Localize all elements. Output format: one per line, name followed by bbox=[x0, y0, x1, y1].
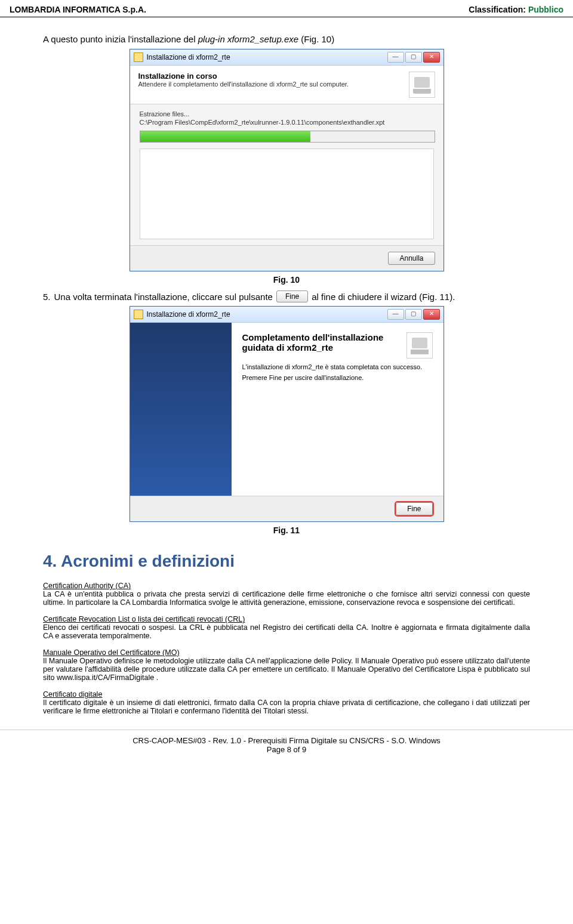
minimize-button[interactable]: — bbox=[387, 309, 404, 320]
progress-bar bbox=[140, 131, 435, 143]
close-button[interactable]: ✕ bbox=[423, 52, 440, 63]
cancel-button[interactable]: Annulla bbox=[388, 252, 435, 265]
installer-footer-11: Fine bbox=[130, 496, 443, 521]
mo-body: Il Manuale Operativo definisce le metodo… bbox=[43, 657, 530, 682]
wizard-main: Completamento dell'installazione guidata… bbox=[232, 323, 443, 496]
header-left: LOMBARDIA INFORMATICA S.p.A. bbox=[10, 5, 146, 14]
titlebar[interactable]: Installazione di xform2_rte — ▢ ✕ bbox=[130, 50, 443, 66]
step5-line: 5. Una volta terminata l'installazione, … bbox=[43, 291, 544, 302]
installer-icon bbox=[134, 52, 143, 62]
wizard-line2: Premere Fine per uscire dall'installazio… bbox=[242, 374, 433, 381]
classification-value: Pubblico bbox=[528, 5, 563, 14]
installer-header: Installazione in corso Attendere il comp… bbox=[130, 66, 443, 104]
installer-fig10: Installazione di xform2_rte — ▢ ✕ Instal… bbox=[130, 49, 444, 271]
progress-fill bbox=[140, 131, 311, 142]
window-controls: — ▢ ✕ bbox=[387, 52, 440, 63]
classification: Classification: Pubblico bbox=[469, 5, 563, 14]
page-footer: CRS-CAOP-MES#03 - Rev. 1.0 - Prerequisit… bbox=[0, 730, 573, 768]
cd-body: Il certificato digitale è un insieme di … bbox=[43, 699, 530, 715]
window-controls: — ▢ ✕ bbox=[387, 309, 440, 320]
fine-inline-button[interactable]: Fine bbox=[276, 291, 308, 302]
fine-button[interactable]: Fine bbox=[396, 502, 432, 515]
maximize-button[interactable]: ▢ bbox=[405, 52, 422, 63]
titlebar-11[interactable]: Installazione di xform2_rte — ▢ ✕ bbox=[130, 307, 443, 323]
intro-prefix: A questo punto inizia l'installazione de… bbox=[43, 34, 198, 44]
maximize-button[interactable]: ▢ bbox=[405, 309, 422, 320]
crl-body: Elenco dei certificati revocati o sospes… bbox=[43, 623, 530, 640]
crl-title: Certificate Revocation List o lista dei … bbox=[43, 615, 245, 623]
wizard-body: Completamento dell'installazione guidata… bbox=[130, 323, 443, 496]
installer-fig11: Installazione di xform2_rte — ▢ ✕ Comple… bbox=[130, 306, 444, 522]
details-box bbox=[140, 149, 434, 239]
installer-header-title: Installazione in corso bbox=[138, 72, 349, 81]
minimize-button[interactable]: — bbox=[387, 52, 404, 63]
step5-after: al fine di chiudere il wizard (Fig. 11). bbox=[312, 292, 455, 302]
installer-footer: Annulla bbox=[130, 245, 443, 271]
intro-suffix: (Fig. 10) bbox=[298, 34, 334, 44]
wizard-side-banner bbox=[130, 323, 232, 496]
extract-path: C:\Program Files\CompEd\xform2_rte\xulru… bbox=[140, 119, 434, 126]
installer-icon bbox=[134, 310, 143, 319]
page-header: LOMBARDIA INFORMATICA S.p.A. Classificat… bbox=[0, 0, 573, 17]
footer-line2: Page 8 of 9 bbox=[14, 745, 559, 754]
wizard-line1: L'installazione di xform2_rte è stata co… bbox=[242, 363, 433, 370]
window-title-11: Installazione di xform2_rte bbox=[147, 310, 230, 319]
installer-header-sub: Attendere il completamento dell'installa… bbox=[138, 81, 349, 88]
cd-title: Certificato digitale bbox=[43, 690, 102, 699]
definitions: Certification Authority (CA)La CA è un'e… bbox=[29, 582, 544, 715]
section-heading: 4. Acronimi e definizioni bbox=[43, 552, 544, 571]
content: A questo punto inizia l'installazione de… bbox=[0, 17, 573, 715]
wizard-heading: Completamento dell'installazione guidata… bbox=[242, 332, 433, 353]
window-title: Installazione di xform2_rte bbox=[147, 53, 230, 61]
classification-label: Classification: bbox=[469, 5, 528, 14]
step5-num: 5. bbox=[43, 292, 51, 302]
computer-icon bbox=[409, 72, 435, 98]
computer-icon bbox=[406, 332, 433, 359]
intro-paragraph: A questo punto inizia l'installazione de… bbox=[43, 34, 544, 44]
ca-title: Certification Authority (CA) bbox=[43, 582, 131, 590]
intro-italic: plug-in xform2_setup.exe bbox=[198, 34, 298, 44]
mo-title: Manuale Operativo del Certificatore (MO) bbox=[43, 648, 180, 657]
fig10-caption: Fig. 10 bbox=[29, 275, 544, 285]
step5-before: Una volta terminata l'installazione, cli… bbox=[54, 292, 273, 302]
ca-body: La CA è un'entità pubblica o privata che… bbox=[43, 590, 530, 607]
extract-label: Estrazione files... bbox=[140, 110, 434, 118]
installer-body: Estrazione files... C:\Program Files\Com… bbox=[130, 104, 443, 245]
fig11-caption: Fig. 11 bbox=[29, 526, 544, 535]
footer-line1: CRS-CAOP-MES#03 - Rev. 1.0 - Prerequisit… bbox=[14, 736, 559, 745]
close-button[interactable]: ✕ bbox=[423, 309, 440, 320]
